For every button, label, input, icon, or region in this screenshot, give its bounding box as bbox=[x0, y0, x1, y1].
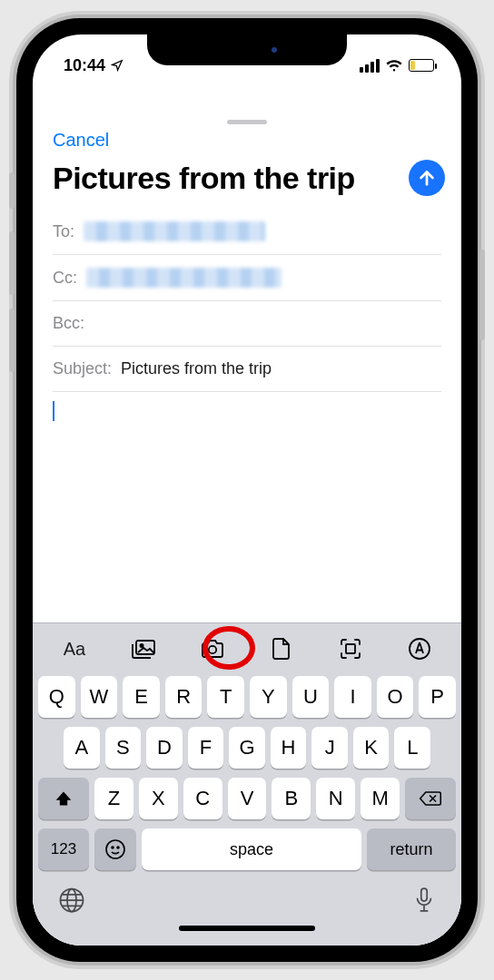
keyboard-row-4: 123 space return bbox=[38, 828, 456, 870]
phone-frame: 10:44 Cancel Pictures from the trip bbox=[16, 18, 478, 962]
camera-button[interactable] bbox=[193, 634, 232, 663]
text-format-icon: Aa bbox=[64, 639, 85, 660]
key-r[interactable]: R bbox=[165, 676, 203, 718]
cellular-icon bbox=[360, 59, 380, 73]
emoji-key[interactable] bbox=[94, 828, 136, 870]
subject-label: Subject: bbox=[53, 359, 112, 378]
key-a[interactable]: A bbox=[64, 727, 100, 769]
key-e[interactable]: E bbox=[123, 676, 160, 718]
return-key[interactable]: return bbox=[367, 828, 456, 870]
microphone-icon bbox=[412, 887, 436, 914]
key-h[interactable]: H bbox=[271, 727, 307, 769]
to-label: To: bbox=[53, 222, 74, 241]
location-icon bbox=[111, 59, 124, 72]
svg-point-6 bbox=[112, 847, 114, 848]
photo-library-icon bbox=[130, 638, 157, 660]
cancel-button[interactable]: Cancel bbox=[33, 126, 461, 160]
document-icon bbox=[272, 637, 291, 661]
key-l[interactable]: L bbox=[394, 727, 430, 769]
emoji-icon bbox=[104, 838, 126, 860]
dictation-button[interactable] bbox=[412, 887, 436, 916]
compose-toolbar: Aa bbox=[33, 622, 461, 671]
message-body[interactable] bbox=[33, 392, 461, 622]
key-m[interactable]: M bbox=[361, 778, 400, 819]
status-time: 10:44 bbox=[64, 56, 105, 75]
backspace-key[interactable] bbox=[405, 778, 456, 819]
bcc-label: Bcc: bbox=[53, 314, 84, 333]
key-c[interactable]: C bbox=[183, 778, 222, 819]
key-y[interactable]: Y bbox=[250, 676, 287, 718]
volume-down-button bbox=[9, 309, 15, 372]
key-j[interactable]: J bbox=[311, 727, 348, 769]
text-cursor bbox=[53, 401, 54, 421]
power-button bbox=[479, 250, 485, 340]
key-q[interactable]: Q bbox=[38, 676, 75, 718]
compose-title: Pictures from the trip bbox=[53, 161, 401, 196]
subject-value: Pictures from the trip bbox=[121, 359, 272, 378]
key-s[interactable]: S bbox=[105, 727, 142, 769]
text-format-button[interactable]: Aa bbox=[54, 634, 94, 663]
svg-point-4 bbox=[410, 639, 430, 659]
mute-switch bbox=[9, 172, 15, 209]
keyboard-row-3: Z X C V B N M bbox=[38, 778, 456, 819]
bcc-field[interactable]: Bcc: bbox=[53, 301, 441, 347]
markup-icon bbox=[408, 637, 431, 661]
key-b[interactable]: B bbox=[272, 778, 311, 819]
key-o[interactable]: O bbox=[377, 676, 414, 718]
document-button[interactable] bbox=[262, 634, 301, 663]
notch bbox=[147, 34, 347, 65]
keyboard-bottom-bar bbox=[33, 881, 461, 920]
shift-icon bbox=[54, 789, 73, 808]
camera-icon bbox=[200, 639, 225, 659]
keyboard: Q W E R T Y U I O P A S D F G bbox=[33, 671, 461, 881]
key-p[interactable]: P bbox=[419, 676, 456, 718]
volume-up-button bbox=[9, 231, 15, 295]
backspace-icon bbox=[419, 789, 442, 808]
key-i[interactable]: I bbox=[334, 676, 371, 718]
key-w[interactable]: W bbox=[81, 676, 118, 718]
keyboard-row-1: Q W E R T Y U I O P bbox=[38, 676, 456, 718]
key-z[interactable]: Z bbox=[94, 778, 133, 819]
home-indicator[interactable] bbox=[179, 926, 315, 931]
photo-library-button[interactable] bbox=[124, 634, 163, 663]
scan-button[interactable] bbox=[331, 634, 370, 663]
globe-icon bbox=[58, 887, 85, 914]
home-indicator-area bbox=[33, 920, 461, 946]
space-key[interactable]: space bbox=[142, 828, 361, 870]
subject-field[interactable]: Subject: Pictures from the trip bbox=[53, 347, 441, 392]
svg-point-1 bbox=[140, 644, 143, 647]
svg-rect-10 bbox=[421, 888, 427, 901]
svg-point-7 bbox=[117, 847, 119, 848]
screen: 10:44 Cancel Pictures from the trip bbox=[33, 34, 461, 946]
key-u[interactable]: U bbox=[292, 676, 330, 718]
numbers-key[interactable]: 123 bbox=[38, 828, 89, 870]
scan-icon bbox=[339, 637, 362, 661]
cc-field[interactable]: Cc: bbox=[53, 255, 441, 301]
svg-point-2 bbox=[209, 646, 216, 653]
key-t[interactable]: T bbox=[207, 676, 244, 718]
shift-key[interactable] bbox=[38, 778, 89, 819]
key-n[interactable]: N bbox=[316, 778, 355, 819]
svg-rect-3 bbox=[346, 644, 355, 653]
svg-point-5 bbox=[106, 840, 124, 858]
key-v[interactable]: V bbox=[228, 778, 267, 819]
keyboard-row-2: A S D F G H J K L bbox=[38, 727, 456, 769]
key-d[interactable]: D bbox=[146, 727, 183, 769]
to-field[interactable]: To: bbox=[53, 209, 441, 255]
key-f[interactable]: F bbox=[188, 727, 224, 769]
sheet-grabber[interactable] bbox=[227, 120, 267, 124]
key-k[interactable]: K bbox=[353, 727, 390, 769]
to-value-redacted bbox=[84, 221, 265, 241]
compose-sheet: Cancel Pictures from the trip To: Cc: bbox=[33, 113, 461, 946]
wifi-icon bbox=[385, 59, 403, 72]
markup-button[interactable] bbox=[400, 634, 440, 663]
arrow-up-icon bbox=[417, 168, 437, 188]
key-g[interactable]: G bbox=[229, 727, 265, 769]
cc-value-redacted bbox=[86, 268, 282, 288]
battery-icon bbox=[409, 59, 434, 72]
globe-button[interactable] bbox=[58, 887, 85, 916]
key-x[interactable]: X bbox=[139, 778, 178, 819]
cc-label: Cc: bbox=[53, 269, 77, 288]
send-button[interactable] bbox=[409, 160, 445, 196]
